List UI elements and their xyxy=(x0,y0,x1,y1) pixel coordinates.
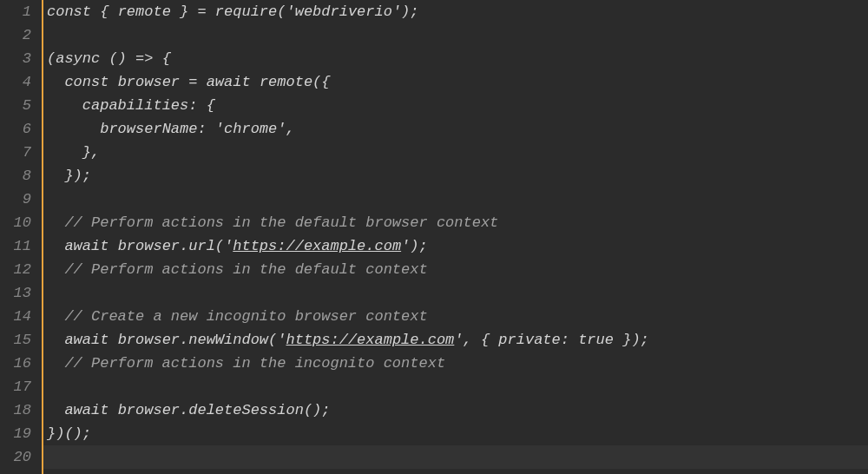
token-punct: } = xyxy=(171,3,215,20)
line-number: 3 xyxy=(7,47,31,70)
token-ident: browser xyxy=(118,238,180,254)
token-func: newWindow xyxy=(188,332,268,348)
line-number: 9 xyxy=(7,188,31,211)
token-punct: ({ xyxy=(312,74,330,90)
token-punct xyxy=(108,238,117,254)
token-comment: // Create a new incognito browser contex… xyxy=(64,308,427,325)
code-line[interactable]: const browser = await remote({ xyxy=(43,70,868,94)
token-punct: ); xyxy=(401,3,418,20)
token-punct: }, xyxy=(47,144,100,161)
code-line[interactable]: // Perform actions in the default browse… xyxy=(43,211,868,234)
token-string: 'webdriverio' xyxy=(286,3,401,20)
token-punct: . xyxy=(180,332,188,348)
token-keyword: const xyxy=(64,74,108,90)
line-number: 5 xyxy=(7,94,31,117)
code-line[interactable]: await browser.deleteSession(); xyxy=(43,398,868,422)
token-func: remote xyxy=(260,74,312,90)
token-keyword: const xyxy=(47,3,91,20)
code-line[interactable] xyxy=(43,281,868,305)
token-punct xyxy=(47,261,64,278)
code-line[interactable]: (async () => { xyxy=(43,47,868,70)
token-comment: // Perform actions in the incognito cont… xyxy=(64,355,445,372)
line-number: 18 xyxy=(7,398,31,422)
line-number: 14 xyxy=(7,305,31,328)
token-punct xyxy=(47,97,82,114)
token-comment: // Perform actions in the default contex… xyxy=(64,261,427,278)
code-line[interactable]: capabilities: { xyxy=(43,94,868,117)
token-string: 'chrome' xyxy=(215,121,286,137)
line-number: 13 xyxy=(7,281,31,305)
code-line[interactable]: // Perform actions in the default contex… xyxy=(43,258,868,281)
line-number-gutter: 1234567891011121314151617181920 xyxy=(0,0,42,474)
token-punct: (); xyxy=(304,402,331,418)
token-prop: browserName xyxy=(100,121,197,137)
token-prop: private xyxy=(498,332,560,348)
token-punct xyxy=(47,402,64,418)
code-line[interactable]: // Create a new incognito browser contex… xyxy=(43,305,868,328)
token-punct: : xyxy=(197,121,214,137)
token-punct: () => { xyxy=(100,50,171,67)
token-punct: , { xyxy=(464,332,499,348)
line-number: 7 xyxy=(7,141,31,164)
code-line[interactable]: await browser.url('https://example.com')… xyxy=(43,234,868,258)
token-punct: ); xyxy=(410,238,427,254)
code-line[interactable] xyxy=(43,375,868,398)
line-number: 20 xyxy=(7,445,31,469)
token-punct: : xyxy=(561,332,578,348)
token-comment: // Perform actions in the default browse… xyxy=(64,214,498,231)
token-keyword: await xyxy=(64,402,108,418)
token-punct: ( xyxy=(47,50,56,67)
token-string: ' xyxy=(454,332,463,348)
token-prop: capabilities xyxy=(82,97,188,114)
code-line[interactable]: const { remote } = require('webdriverio'… xyxy=(43,0,868,23)
token-func: deleteSession xyxy=(188,402,304,418)
token-punct xyxy=(108,332,117,348)
token-ident: browser xyxy=(118,402,180,418)
token-ident: remote xyxy=(118,3,171,20)
line-number: 16 xyxy=(7,352,31,375)
code-line[interactable]: }); xyxy=(43,164,868,188)
code-editor[interactable]: const { remote } = require('webdriverio'… xyxy=(42,0,868,474)
token-punct: ( xyxy=(215,238,224,254)
token-punct: }); xyxy=(47,168,91,184)
token-punct xyxy=(47,121,100,137)
line-number: 2 xyxy=(7,23,31,47)
token-func: url xyxy=(188,238,215,254)
code-line[interactable] xyxy=(43,188,868,211)
token-keyword: async xyxy=(56,50,100,67)
token-ident: browser xyxy=(118,74,180,90)
token-string: ' xyxy=(401,238,410,254)
token-punct: : { xyxy=(188,97,215,114)
code-line[interactable]: })(); xyxy=(43,422,868,445)
token-keyword: await xyxy=(207,74,251,90)
token-punct xyxy=(251,74,260,90)
token-punct: , xyxy=(286,121,294,137)
token-func: require xyxy=(215,3,277,20)
token-ident: browser xyxy=(118,332,180,348)
code-line[interactable] xyxy=(43,445,868,469)
token-punct xyxy=(47,214,64,231)
token-punct: ( xyxy=(277,3,286,20)
token-punct xyxy=(108,74,117,90)
line-number: 8 xyxy=(7,164,31,188)
line-number: 10 xyxy=(7,211,31,234)
token-string: ' xyxy=(277,332,286,348)
line-number: 15 xyxy=(7,328,31,352)
token-string: https://example.com xyxy=(286,332,454,348)
token-bool: true xyxy=(578,332,614,348)
token-string: https://example.com xyxy=(233,238,401,254)
line-number: 12 xyxy=(7,258,31,281)
code-line[interactable]: // Perform actions in the incognito cont… xyxy=(43,352,868,375)
token-punct: ( xyxy=(268,332,277,348)
token-punct: . xyxy=(180,238,188,254)
line-number: 1 xyxy=(7,0,31,23)
token-punct xyxy=(47,238,64,254)
code-line[interactable]: }, xyxy=(43,141,868,164)
line-number: 6 xyxy=(7,117,31,141)
code-line[interactable]: await browser.newWindow('https://example… xyxy=(43,328,868,352)
code-line[interactable]: browserName: 'chrome', xyxy=(43,117,868,141)
token-punct: }); xyxy=(614,332,649,348)
line-number: 11 xyxy=(7,234,31,258)
code-line[interactable] xyxy=(43,23,868,47)
line-number: 19 xyxy=(7,422,31,445)
